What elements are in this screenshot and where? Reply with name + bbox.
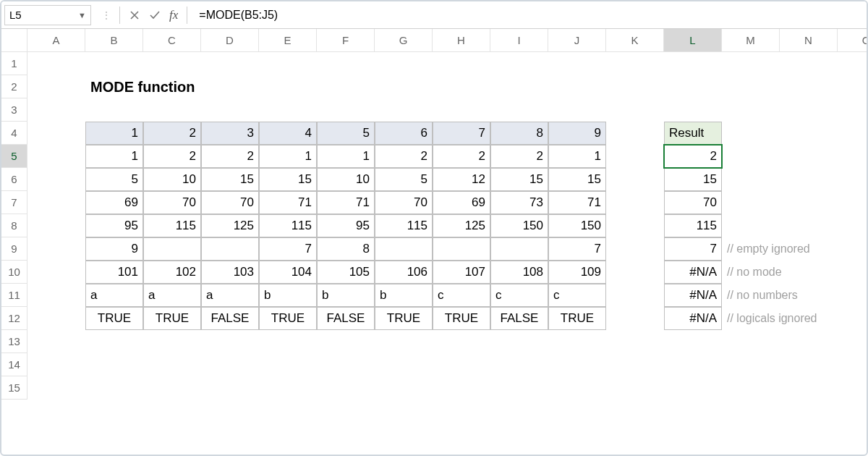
cell[interactable]: b <box>259 284 317 307</box>
cell[interactable]: 5 <box>375 168 433 191</box>
cell[interactable]: 125 <box>201 214 259 237</box>
comment[interactable]: // logicals ignored <box>722 307 868 330</box>
cell[interactable]: 104 <box>259 261 317 284</box>
col-header-I[interactable]: I <box>490 29 548 52</box>
cell[interactable] <box>722 122 868 145</box>
table-header[interactable]: 5 <box>317 122 375 145</box>
cell[interactable]: 10 <box>317 168 375 191</box>
cell[interactable] <box>27 261 85 284</box>
cell[interactable]: 15 <box>664 168 722 191</box>
cell[interactable] <box>490 237 548 261</box>
cell[interactable]: 15 <box>490 168 548 191</box>
cell[interactable]: TRUE <box>375 307 433 330</box>
cell[interactable]: 9 <box>85 237 143 261</box>
row-header-9[interactable]: 9 <box>1 237 27 261</box>
cell[interactable]: FALSE <box>490 307 548 330</box>
cell[interactable] <box>27 98 868 122</box>
cell[interactable]: 109 <box>548 261 606 284</box>
cell[interactable]: TRUE <box>143 307 201 330</box>
cell[interactable]: 10 <box>143 168 201 191</box>
cell[interactable]: 2 <box>490 145 548 168</box>
cell[interactable]: TRUE <box>85 307 143 330</box>
row-header-2[interactable]: 2 <box>1 75 27 98</box>
cell[interactable]: 95 <box>85 214 143 237</box>
cell[interactable]: 70 <box>375 191 433 214</box>
cell[interactable]: 5 <box>85 168 143 191</box>
cell[interactable]: 106 <box>375 261 433 284</box>
cell[interactable] <box>433 237 490 261</box>
comment[interactable]: // no mode <box>722 261 868 284</box>
cell[interactable] <box>606 237 664 261</box>
col-header-C[interactable]: C <box>143 29 201 52</box>
cell[interactable]: 70 <box>201 191 259 214</box>
cell[interactable] <box>27 168 85 191</box>
col-header-O[interactable]: O <box>838 29 868 52</box>
col-header-B[interactable]: B <box>85 29 143 52</box>
row-header-5[interactable]: 5 <box>1 145 27 168</box>
cell[interactable]: 7 <box>548 237 606 261</box>
cell[interactable]: a <box>201 284 259 307</box>
cell[interactable]: 15 <box>201 168 259 191</box>
cell[interactable]: 69 <box>85 191 143 214</box>
comment[interactable]: // no numbers <box>722 284 868 307</box>
cell[interactable]: c <box>548 284 606 307</box>
cell[interactable] <box>27 353 868 376</box>
cell[interactable]: 150 <box>548 214 606 237</box>
cell[interactable]: 2 <box>433 145 490 168</box>
cell[interactable] <box>317 75 868 98</box>
cell[interactable]: c <box>490 284 548 307</box>
col-header-E[interactable]: E <box>259 29 317 52</box>
cell[interactable] <box>606 168 664 191</box>
cell[interactable]: 95 <box>317 214 375 237</box>
cell[interactable] <box>606 145 664 168</box>
cell[interactable] <box>606 214 664 237</box>
cell[interactable] <box>201 237 259 261</box>
cell[interactable]: 69 <box>433 191 490 214</box>
cell[interactable] <box>722 191 868 214</box>
cell[interactable]: #N/A <box>664 261 722 284</box>
cell[interactable]: 115 <box>143 214 201 237</box>
accept-button[interactable] <box>146 7 163 24</box>
cell[interactable]: 115 <box>375 214 433 237</box>
table-header[interactable]: 7 <box>433 122 490 145</box>
col-header-N[interactable]: N <box>780 29 838 52</box>
cell[interactable]: 7 <box>259 237 317 261</box>
cell[interactable]: TRUE <box>548 307 606 330</box>
cell[interactable]: 102 <box>143 261 201 284</box>
cell[interactable]: 115 <box>664 214 722 237</box>
result-header[interactable]: Result <box>664 122 722 145</box>
cell[interactable]: #N/A <box>664 284 722 307</box>
cell[interactable]: 107 <box>433 261 490 284</box>
cell[interactable]: 70 <box>143 191 201 214</box>
cell[interactable]: 15 <box>548 168 606 191</box>
cell[interactable]: b <box>375 284 433 307</box>
cell[interactable] <box>27 376 868 400</box>
cell[interactable] <box>27 284 85 307</box>
table-header[interactable]: 9 <box>548 122 606 145</box>
cell[interactable]: c <box>433 284 490 307</box>
col-header-J[interactable]: J <box>548 29 606 52</box>
cell[interactable] <box>27 191 85 214</box>
cell[interactable] <box>27 75 85 98</box>
cell[interactable]: 1 <box>548 145 606 168</box>
cell[interactable]: FALSE <box>201 307 259 330</box>
col-header-G[interactable]: G <box>375 29 433 52</box>
chevron-down-icon[interactable]: ▼ <box>78 11 86 20</box>
cell[interactable]: a <box>143 284 201 307</box>
table-header[interactable]: 4 <box>259 122 317 145</box>
cell[interactable] <box>606 191 664 214</box>
table-header[interactable]: 2 <box>143 122 201 145</box>
comment[interactable]: // empty ignored <box>722 237 868 261</box>
cell[interactable] <box>606 307 664 330</box>
cell[interactable]: 12 <box>433 168 490 191</box>
cell[interactable]: FALSE <box>317 307 375 330</box>
cell[interactable] <box>606 284 664 307</box>
selected-cell[interactable]: 2 <box>664 145 722 168</box>
cell[interactable] <box>27 214 85 237</box>
page-title[interactable]: MODE function <box>85 75 317 98</box>
col-header-A[interactable]: A <box>27 29 85 52</box>
col-header-M[interactable]: M <box>722 29 780 52</box>
col-header-L[interactable]: L <box>664 29 722 52</box>
cell[interactable]: 15 <box>259 168 317 191</box>
cell[interactable]: 115 <box>259 214 317 237</box>
